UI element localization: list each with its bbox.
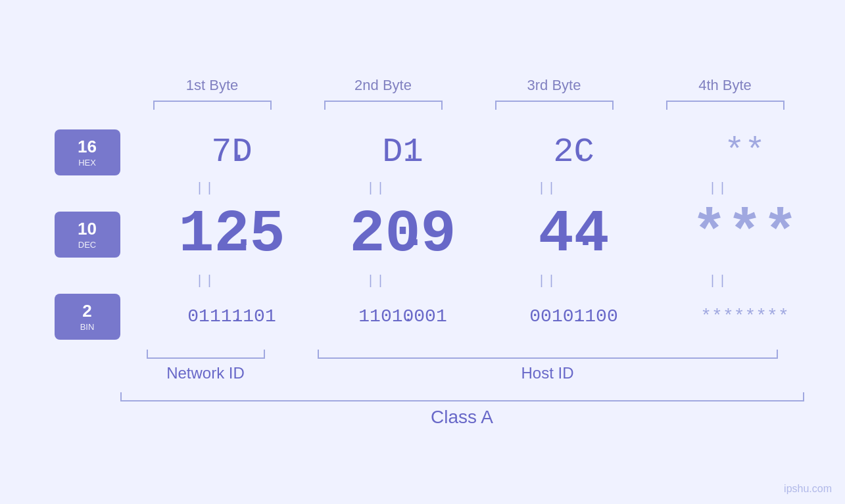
network-bracket bbox=[147, 350, 265, 359]
network-bracket-wrap bbox=[120, 350, 291, 359]
eq-1-4: || bbox=[633, 181, 804, 196]
watermark: ipshu.com bbox=[784, 483, 832, 495]
top-brackets-row bbox=[120, 101, 817, 110]
host-label-cell: Host ID bbox=[291, 364, 804, 382]
dec-byte-4: *** bbox=[660, 201, 831, 268]
equals-row-1: || || || || bbox=[120, 181, 817, 196]
equals-row-2: || || || || bbox=[120, 273, 817, 288]
byte-header-4: 4th Byte bbox=[640, 77, 811, 94]
hex-row: 16 HEX 7D . D1 . 2C . ** bbox=[55, 129, 817, 175]
hex-base-number: 16 bbox=[78, 137, 97, 157]
bottom-labels: Network ID Host ID bbox=[120, 364, 817, 382]
bracket-top-3 bbox=[495, 101, 614, 110]
top-bracket-1 bbox=[127, 101, 298, 110]
byte-header-3: 3rd Byte bbox=[469, 77, 640, 94]
eq-2-4: || bbox=[633, 273, 804, 288]
bin-badge: 2 BIN bbox=[55, 294, 120, 340]
eq-2-2: || bbox=[291, 273, 462, 288]
dec-badge: 10 DEC bbox=[55, 212, 120, 258]
bin-values: 01111101 . 11010001 . 00101100 . *******… bbox=[147, 306, 831, 327]
class-bracket bbox=[120, 392, 804, 401]
bin-row: 2 BIN 01111101 . 11010001 . 00101100 . *… bbox=[55, 294, 817, 340]
top-bracket-4 bbox=[640, 101, 811, 110]
host-bracket-wrap bbox=[291, 350, 804, 359]
bracket-top-1 bbox=[153, 101, 272, 110]
network-label-cell: Network ID bbox=[120, 364, 291, 382]
dec-base-number: 10 bbox=[78, 219, 97, 239]
class-section: Class A bbox=[120, 392, 817, 428]
network-id-label: Network ID bbox=[166, 364, 245, 382]
bin-base-number: 2 bbox=[82, 301, 91, 321]
dec-row: 10 DEC 125 . 209 . 44 . *** bbox=[55, 201, 817, 268]
bin-byte-4: ******** bbox=[660, 306, 831, 327]
eq-1-2: || bbox=[291, 181, 462, 196]
hex-byte-4: ** bbox=[660, 133, 831, 172]
host-id-label: Host ID bbox=[521, 364, 573, 382]
dec-base-label: DEC bbox=[78, 240, 96, 250]
bottom-section: Network ID Host ID bbox=[120, 350, 817, 382]
top-bracket-2 bbox=[298, 101, 469, 110]
bracket-top-4 bbox=[666, 101, 785, 110]
dec-values: 125 . 209 . 44 . *** bbox=[147, 201, 831, 268]
main-container: 1st Byte 2nd Byte 3rd Byte 4th Byte 16 H… bbox=[28, 64, 817, 441]
class-label-row: Class A bbox=[120, 407, 804, 428]
bin-base-label: BIN bbox=[80, 322, 95, 332]
host-bracket bbox=[318, 350, 778, 359]
byte-header-2: 2nd Byte bbox=[298, 77, 469, 94]
eq-2-3: || bbox=[462, 273, 633, 288]
eq-1-1: || bbox=[120, 181, 291, 196]
byte-header-1: 1st Byte bbox=[127, 77, 298, 94]
byte-headers-row: 1st Byte 2nd Byte 3rd Byte 4th Byte bbox=[120, 77, 817, 94]
class-label: Class A bbox=[431, 407, 493, 428]
bracket-top-2 bbox=[324, 101, 443, 110]
top-bracket-3 bbox=[469, 101, 640, 110]
hex-badge: 16 HEX bbox=[55, 129, 120, 175]
bottom-brackets bbox=[120, 350, 817, 359]
hex-values: 7D . D1 . 2C . ** bbox=[147, 133, 831, 172]
eq-2-1: || bbox=[120, 273, 291, 288]
hex-base-label: HEX bbox=[78, 158, 96, 168]
eq-1-3: || bbox=[462, 181, 633, 196]
